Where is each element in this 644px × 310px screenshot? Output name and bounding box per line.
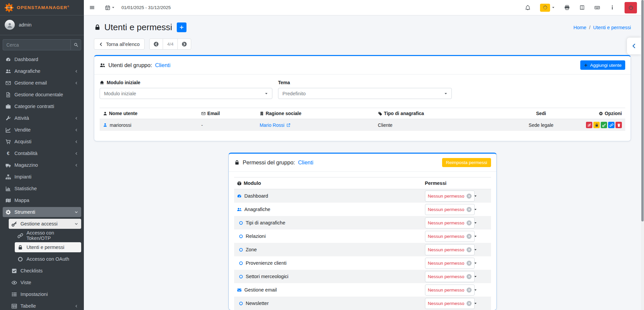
next-record-button[interactable]: [177, 39, 191, 49]
eye-slash-icon: [587, 123, 591, 127]
clear-permission-icon[interactable]: ×: [467, 220, 472, 225]
permission-select-gestione-email[interactable]: Nessun permesso×: [425, 285, 475, 296]
tachometer-icon: [5, 57, 11, 62]
permission-select-newsletter[interactable]: Nessun permesso×: [425, 298, 475, 309]
info-button[interactable]: [609, 5, 615, 10]
group-permissions-card: Permessi del gruppo: Clienti Reimposta p…: [228, 153, 497, 310]
previous-record-button[interactable]: [150, 39, 163, 49]
permission-select-anagrafiche[interactable]: Nessun permesso×: [425, 204, 475, 215]
user-panel[interactable]: admin: [0, 15, 84, 35]
status-menu-button[interactable]: [540, 4, 555, 12]
check-square-icon: [11, 268, 17, 274]
permission-value: Nessun permesso: [428, 288, 465, 293]
sidebar-item-accesso-token-otp[interactable]: Accesso con Token/OTP: [15, 230, 81, 241]
disable-user-button[interactable]: [586, 122, 592, 128]
circle-icon: [239, 248, 243, 252]
scrollbar-thumb[interactable]: [641, 0, 644, 221]
breadcrumb-home[interactable]: Home: [573, 25, 586, 30]
sidebar-item-tabelle[interactable]: Tabelle: [9, 301, 81, 310]
sidebar-item-contabilita[interactable]: €Contabilità: [3, 148, 81, 158]
clear-permission-icon[interactable]: ×: [467, 247, 472, 252]
chevron-left-thin-icon: [74, 152, 78, 155]
sidebar-item-label: Utenti e permessi: [26, 245, 64, 250]
api-token-button[interactable]: [608, 122, 614, 128]
sidebar-item-viste[interactable]: Viste: [9, 277, 81, 288]
change-password-button[interactable]: [601, 122, 607, 128]
sidebar-item-statistiche[interactable]: Statistiche: [3, 184, 81, 194]
initial-module-select[interactable]: Modulo iniziale: [100, 88, 272, 99]
sidebar-item-categorie-contratti[interactable]: Categorie contratti: [3, 101, 81, 111]
column-header-ragione-sociale: Ragione sociale: [256, 108, 375, 119]
clear-permission-icon[interactable]: ×: [467, 234, 472, 239]
ragione-sociale-link[interactable]: Mario Rossi: [260, 122, 290, 128]
shortcuts-button[interactable]: [594, 5, 600, 10]
sidebar-item-magazzino[interactable]: Magazzino: [3, 160, 81, 170]
group-link[interactable]: Clienti: [298, 159, 313, 166]
logout-button[interactable]: [625, 2, 637, 13]
reset-permissions-button[interactable]: Reimposta permessi: [442, 158, 491, 167]
permission-select-provenienze-clienti[interactable]: Nessun permesso×: [425, 258, 475, 269]
back-to-list-button[interactable]: Torna all'elenco: [94, 39, 145, 50]
sidebar-item-impostazioni[interactable]: Impostazioni: [9, 289, 81, 299]
theme-select[interactable]: Predefinito: [278, 88, 452, 99]
users-icon: [100, 62, 105, 68]
page-scrollbar[interactable]: [641, 0, 644, 310]
search-input[interactable]: [3, 39, 70, 50]
info-icon: [609, 5, 615, 10]
delete-user-button[interactable]: [615, 122, 622, 128]
sidebar-item-gestione-email[interactable]: Gestione email: [3, 78, 81, 88]
sidebar-item-label: Checklists: [20, 268, 43, 273]
new-record-button[interactable]: [177, 22, 186, 32]
module-label: Relazioni: [246, 234, 266, 239]
print-button[interactable]: [564, 5, 570, 10]
sidebar-item-dashboard[interactable]: Dashboard: [3, 54, 81, 64]
brand-name: OpenSTAManager®: [17, 5, 69, 10]
period-picker-button[interactable]: [105, 5, 115, 10]
sidebar-item-mappa[interactable]: Mappa: [3, 195, 81, 205]
chevron-down-thin-icon: [74, 222, 78, 226]
sidebar-item-anagrafiche[interactable]: Anagrafiche: [3, 66, 81, 76]
caret-down-icon: [474, 248, 477, 251]
clear-permission-icon[interactable]: ×: [467, 288, 472, 293]
clear-permission-icon[interactable]: ×: [467, 301, 472, 306]
sidebar-item-gestione-accessi[interactable]: Gestione accessi: [9, 219, 81, 229]
permission-select-settori-merceologici[interactable]: Nessun permesso×: [425, 271, 475, 282]
circle-icon: [239, 221, 243, 225]
permission-select-dashboard[interactable]: Nessun permesso×: [425, 191, 475, 202]
map-icon: [5, 198, 11, 203]
group-users-table: Nome utente Email Ragione sociale Tipo d…: [100, 108, 625, 131]
clear-permission-icon[interactable]: ×: [467, 274, 472, 279]
widgets-panel-toggle[interactable]: [627, 38, 641, 54]
sidebar-item-strumenti[interactable]: Strumenti: [3, 207, 81, 217]
sidebar-item-vendite[interactable]: Vendite: [3, 125, 81, 135]
lock-user-button[interactable]: [593, 122, 600, 128]
caret-down-icon: [474, 302, 477, 305]
euro-icon: €: [5, 151, 11, 156]
trash-icon: [617, 123, 621, 127]
sidebar-item-attivita[interactable]: Attività: [3, 113, 81, 123]
permission-row-zone: ZoneNessun permesso×: [234, 243, 491, 256]
permission-select-relazioni[interactable]: Nessun permesso×: [425, 231, 475, 242]
permission-select-zone[interactable]: Nessun permesso×: [425, 244, 475, 255]
notifications-button[interactable]: [525, 5, 531, 10]
sidebar-item-impianti[interactable]: Impianti: [3, 172, 81, 182]
group-link[interactable]: Clienti: [155, 62, 170, 68]
clear-permission-icon[interactable]: ×: [467, 207, 472, 212]
clear-permission-icon[interactable]: ×: [467, 194, 472, 199]
sidebar-item-checklists[interactable]: Checklists: [9, 266, 81, 276]
breadcrumb-current[interactable]: Utenti e permessi: [593, 25, 631, 30]
permission-select-tipi-di-anagrafiche[interactable]: Nessun permesso×: [425, 217, 475, 228]
sidebar-toggle-button[interactable]: [89, 5, 95, 10]
sidebar-item-utenti-e-permessi[interactable]: Utenti e permessi: [15, 242, 81, 252]
tag-icon: [378, 111, 382, 116]
date-range[interactable]: 01/01/2025 - 31/12/2025: [121, 5, 171, 10]
clear-permission-icon[interactable]: ×: [467, 261, 472, 266]
sidebar-item-accesso-oauth[interactable]: Accesso con OAuth: [15, 254, 81, 264]
add-user-button[interactable]: Aggiungi utente: [580, 60, 625, 70]
sitemap-icon: [5, 174, 11, 180]
manual-button[interactable]: [579, 5, 585, 10]
search-button[interactable]: [70, 39, 81, 50]
sidebar-item-acquisti[interactable]: Acquisti: [3, 137, 81, 147]
brand[interactable]: OSM OpenSTAManager®: [0, 0, 84, 15]
sidebar-item-gestione-documentale[interactable]: Gestione documentale: [3, 90, 81, 100]
